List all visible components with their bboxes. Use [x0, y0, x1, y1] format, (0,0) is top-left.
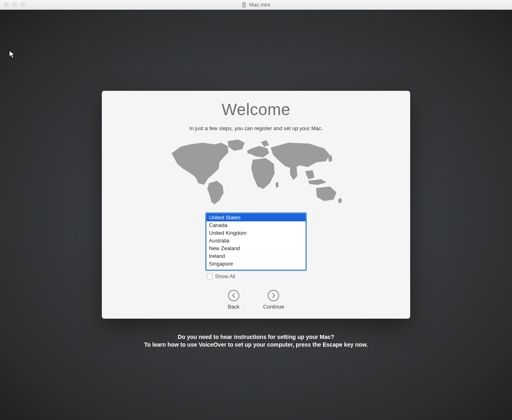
show-all-label: Show All — [215, 273, 235, 279]
close-icon[interactable] — [4, 2, 9, 7]
minimize-icon[interactable] — [12, 2, 17, 7]
document-icon — [242, 2, 247, 8]
country-option[interactable]: United States — [207, 214, 305, 221]
voiceover-hint: Do you need to hear instructions for set… — [144, 333, 368, 349]
cursor-icon — [9, 50, 15, 59]
panel-subtitle: In just a few steps, you can register an… — [189, 125, 323, 131]
country-listbox[interactable]: United StatesCanadaUnited KingdomAustral… — [205, 212, 307, 271]
hint-line2: To learn how to use VoiceOver to set up … — [144, 341, 368, 349]
panel-heading: Welcome — [222, 101, 290, 119]
zoom-icon[interactable] — [20, 2, 25, 7]
back-label: Back — [228, 304, 240, 310]
window-title: Mac mini — [249, 2, 270, 8]
world-map-icon — [167, 139, 345, 208]
back-button[interactable]: Back — [228, 290, 240, 310]
window-controls — [0, 2, 25, 7]
continue-label: Continue — [263, 304, 284, 310]
continue-button[interactable]: Continue — [263, 290, 284, 310]
arrow-right-icon — [268, 290, 279, 301]
country-option[interactable]: Ireland — [207, 252, 305, 260]
country-option[interactable]: United Kingdom — [207, 229, 305, 237]
country-option[interactable]: New Zealand — [207, 244, 305, 252]
setup-background: Welcome In just a few steps, you can reg… — [0, 10, 512, 420]
show-all-checkbox[interactable] — [207, 274, 213, 279]
hint-line1: Do you need to hear instructions for set… — [178, 334, 334, 340]
window-titlebar: Mac mini — [0, 0, 512, 10]
country-option[interactable]: Australia — [207, 237, 305, 244]
setup-panel: Welcome In just a few steps, you can reg… — [102, 91, 410, 319]
arrow-left-icon — [228, 290, 239, 301]
country-option[interactable]: Singapore — [207, 260, 305, 268]
country-option[interactable]: Canada — [207, 221, 305, 229]
